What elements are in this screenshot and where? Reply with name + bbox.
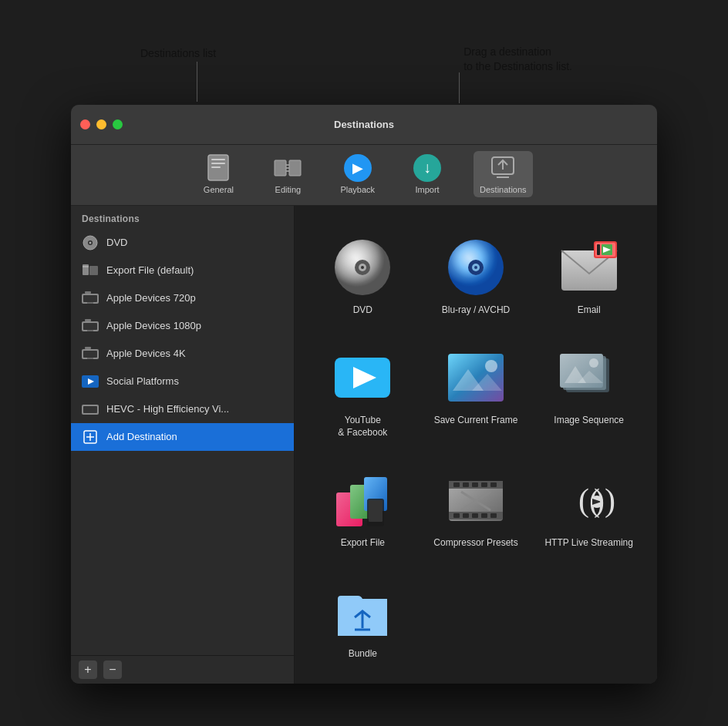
dest-label-dvd: DVD	[353, 304, 372, 317]
svg-rect-21	[85, 291, 91, 294]
svg-text:)): ))	[594, 482, 615, 519]
sidebar-item-add-destination[interactable]: Add Destination	[71, 423, 294, 451]
dest-item-compressor[interactable]: Compressor Presets	[423, 462, 529, 557]
sidebar-label-hevc: HEVC - High Efficiency Vi...	[106, 403, 229, 415]
toolbar-label-import: Import	[415, 185, 439, 194]
dest-label-email: Email	[578, 304, 601, 317]
toolbar-label-destinations: Destinations	[480, 185, 527, 194]
right-panel: DVD	[295, 206, 657, 684]
dest-bundle-icon	[332, 580, 393, 642]
svg-rect-25	[85, 319, 91, 321]
toolbar: General Editing ▶	[71, 145, 657, 206]
dest-label-http: HTTP Live Streaming	[544, 537, 633, 550]
dest-item-save-frame[interactable]: Save Current Frame	[423, 339, 529, 446]
svg-rect-76	[481, 482, 487, 487]
apple-720p-icon	[82, 290, 99, 307]
svg-rect-28	[83, 351, 97, 358]
svg-point-64	[589, 358, 598, 368]
hevc-icon	[82, 401, 99, 418]
dest-email-icon	[558, 237, 620, 298]
toolbar-item-editing[interactable]: Editing	[265, 151, 311, 197]
sidebar-item-apple-1080p[interactable]: Apple Devices 1080p	[71, 312, 294, 340]
svg-rect-19	[87, 302, 93, 304]
destinations-icon	[489, 154, 517, 182]
sidebar-item-social[interactable]: Social Platforms	[71, 368, 294, 395]
dest-item-export-file[interactable]: Export File	[310, 462, 416, 557]
sidebar-item-hevc[interactable]: HEVC - High Efficiency Vi...	[71, 395, 294, 423]
sidebar-footer: + −	[71, 655, 294, 684]
svg-rect-82	[490, 513, 497, 518]
toolbar-item-destinations[interactable]: Destinations	[474, 151, 533, 197]
add-destination-icon	[82, 429, 99, 445]
sidebar-item-dvd[interactable]: DVD	[71, 229, 294, 257]
svg-rect-50	[597, 244, 600, 255]
dest-item-email[interactable]: Email	[536, 229, 642, 324]
svg-rect-20	[83, 295, 97, 302]
dest-item-bundle[interactable]: Bundle	[310, 573, 416, 668]
svg-rect-23	[87, 330, 93, 331]
dest-label-image-seq: Image Sequence	[554, 415, 624, 427]
sidebar-label-apple-1080p: Apple Devices 1080p	[106, 320, 201, 331]
dest-item-dvd[interactable]: DVD	[310, 229, 416, 324]
dest-item-http[interactable]: (( )) HTTP Live Streaming	[536, 462, 642, 557]
sidebar-list: DVD Export File (default)	[71, 229, 294, 655]
minimize-button[interactable]	[96, 119, 106, 129]
svg-rect-4	[275, 160, 286, 176]
toolbar-item-playback[interactable]: ▶ Playback	[334, 151, 381, 197]
close-button[interactable]	[80, 119, 90, 129]
window-title: Destinations	[334, 119, 394, 130]
dest-image-seq-icon	[558, 347, 620, 408]
svg-rect-16	[89, 266, 98, 275]
svg-point-14	[89, 241, 92, 244]
dest-http-icon: (( ))	[558, 469, 620, 531]
dest-export-file-icon	[332, 469, 393, 531]
maximize-button[interactable]	[113, 119, 123, 129]
general-icon	[204, 154, 232, 182]
annotation-line-destinations	[197, 62, 197, 102]
toolbar-label-editing: Editing	[275, 185, 302, 194]
sidebar-item-export-file[interactable]: Export File (default)	[71, 257, 294, 284]
import-icon: ↓	[413, 154, 441, 182]
svg-rect-78	[453, 513, 460, 518]
svg-rect-33	[83, 406, 97, 413]
dest-item-image-seq[interactable]: Image Sequence	[536, 339, 642, 446]
dest-label-export-file: Export File	[341, 537, 385, 550]
apple-4k-icon	[82, 345, 99, 362]
destinations-grid: DVD	[310, 229, 642, 668]
sidebar-item-apple-4k[interactable]: Apple Devices 4K	[71, 340, 294, 368]
remove-button[interactable]: −	[103, 660, 122, 679]
sidebar-label-export-file: Export File (default)	[106, 264, 194, 276]
dest-label-youtube: YouTube& Facebook	[338, 415, 387, 439]
toolbar-item-import[interactable]: ↓ Import	[404, 151, 450, 197]
svg-rect-73	[453, 482, 460, 487]
main-window: Destinations General	[71, 105, 657, 684]
sidebar-label-dvd: DVD	[106, 237, 127, 248]
toolbar-label-playback: Playback	[340, 185, 375, 194]
dest-label-save-frame: Save Current Frame	[434, 415, 518, 427]
annotation-line-drag	[459, 72, 460, 103]
svg-rect-74	[463, 482, 469, 487]
dest-label-compressor: Compressor Presets	[433, 537, 517, 550]
svg-point-41	[361, 266, 364, 269]
export-file-icon	[82, 262, 99, 279]
svg-rect-75	[472, 482, 478, 487]
svg-rect-29	[85, 347, 91, 349]
svg-rect-81	[481, 513, 487, 518]
sidebar: Destinations DVD	[71, 206, 295, 684]
svg-rect-27	[87, 358, 93, 359]
sidebar-label-apple-720p: Apple Devices 720p	[106, 292, 196, 304]
svg-rect-77	[490, 482, 497, 487]
toolbar-item-general[interactable]: General	[195, 151, 241, 197]
dest-item-youtube[interactable]: YouTube& Facebook	[310, 339, 416, 446]
toolbar-label-general: General	[204, 185, 234, 194]
sidebar-item-apple-720p[interactable]: Apple Devices 720p	[71, 284, 294, 312]
svg-rect-2	[211, 163, 225, 164]
annotation-drag-hint: Drag a destinationto the Destinations li…	[463, 45, 572, 75]
add-button[interactable]: +	[79, 660, 97, 679]
dest-dvd-icon	[332, 237, 393, 298]
dest-item-bluray[interactable]: Blu-ray / AVCHD	[423, 229, 529, 324]
playback-icon: ▶	[344, 154, 372, 182]
dest-label-bundle: Bundle	[349, 648, 377, 660]
svg-rect-17	[83, 266, 89, 267]
dvd-icon	[82, 234, 99, 251]
